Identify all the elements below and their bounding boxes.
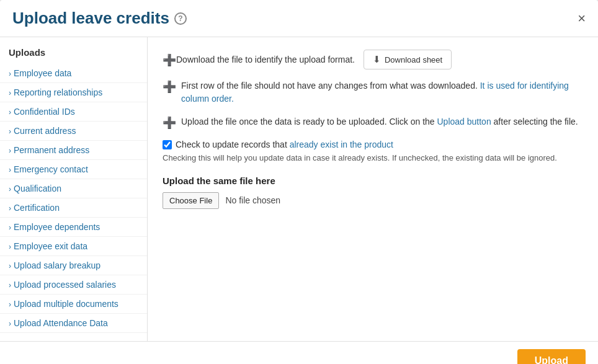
file-input-row: Choose File No file chosen bbox=[163, 192, 583, 209]
sidebar: Uploads ›Employee data ›Reporting relati… bbox=[0, 37, 148, 341]
instruction-download-row: ➕ Download the file to identify the uplo… bbox=[163, 50, 583, 69]
modal-footer: Upload bbox=[0, 341, 598, 364]
main-content: ➕ Download the file to identify the uplo… bbox=[148, 37, 598, 341]
sidebar-item-upload-salary-breakup[interactable]: ›Upload salary breakup bbox=[0, 256, 147, 275]
download-sheet-button[interactable]: ⬇ Download sheet bbox=[364, 50, 452, 69]
chevron-icon: › bbox=[9, 300, 11, 309]
chevron-icon: › bbox=[9, 89, 11, 97]
upload-section-title: Upload the same file here bbox=[163, 175, 583, 186]
help-icon[interactable]: ? bbox=[174, 12, 187, 25]
modal-body: Uploads ›Employee data ›Reporting relati… bbox=[0, 37, 598, 341]
checkbox-note: Checking this will help you update data … bbox=[163, 152, 583, 164]
chevron-icon: › bbox=[9, 185, 11, 193]
sidebar-item-confidential-ids[interactable]: ›Confidential IDs bbox=[0, 102, 147, 122]
close-button[interactable]: × bbox=[578, 12, 586, 25]
checkbox-label: Check to update records that already exi… bbox=[176, 140, 393, 149]
chevron-icon: › bbox=[9, 127, 11, 136]
sidebar-item-reporting-relationships[interactable]: ›Reporting relationships bbox=[0, 83, 147, 102]
modal-title: Upload leave credits bbox=[12, 9, 169, 28]
instruction-1-text: Download the file to identify the upload… bbox=[176, 53, 355, 66]
sidebar-item-permanent-address[interactable]: ›Permanent address bbox=[0, 141, 147, 160]
sidebar-title: Uploads bbox=[0, 42, 147, 64]
download-icon: ⬇ bbox=[373, 54, 381, 65]
chevron-icon: › bbox=[9, 319, 11, 328]
file-name-label: No file chosen bbox=[225, 195, 280, 205]
chevron-icon: › bbox=[9, 108, 11, 117]
chevron-icon: › bbox=[9, 223, 11, 232]
choose-file-button[interactable]: Choose File bbox=[163, 192, 219, 209]
chevron-icon: › bbox=[9, 166, 11, 174]
chevron-icon: › bbox=[9, 242, 11, 251]
instruction-3-text: Upload the file once the data is ready t… bbox=[181, 115, 578, 128]
sidebar-item-upload-processed-salaries[interactable]: ›Upload processed salaries bbox=[0, 275, 147, 295]
sidebar-item-employee-dependents[interactable]: ›Employee dependents bbox=[0, 218, 147, 237]
update-records-checkbox[interactable] bbox=[163, 140, 172, 149]
sidebar-item-employee-data[interactable]: ›Employee data bbox=[0, 64, 147, 83]
sidebar-item-employee-exit-data[interactable]: ›Employee exit data bbox=[0, 237, 147, 256]
info-icon-3: ➕ bbox=[163, 116, 176, 130]
info-icon-1: ➕ bbox=[163, 53, 176, 67]
chevron-icon: › bbox=[9, 204, 11, 213]
modal-header: Upload leave credits ? × bbox=[0, 0, 598, 37]
info-icon-2: ➕ bbox=[163, 80, 176, 94]
sidebar-item-qualification[interactable]: ›Qualification bbox=[0, 179, 147, 198]
chevron-icon: › bbox=[9, 281, 11, 290]
sidebar-item-upload-multiple-documents[interactable]: ›Upload multiple documents bbox=[0, 295, 147, 314]
chevron-icon: › bbox=[9, 146, 11, 155]
upload-button[interactable]: Upload bbox=[517, 349, 586, 364]
chevron-icon: › bbox=[9, 262, 11, 270]
checkbox-row: Check to update records that already exi… bbox=[163, 140, 583, 149]
modal-container: Upload leave credits ? × Uploads ›Employ… bbox=[0, 0, 598, 364]
instruction-2-row: ➕ First row of the file should not have … bbox=[163, 79, 583, 105]
instruction-2-text: First row of the file should not have an… bbox=[181, 79, 583, 105]
sidebar-item-current-address[interactable]: ›Current address bbox=[0, 122, 147, 141]
sidebar-item-certification[interactable]: ›Certification bbox=[0, 198, 147, 218]
instruction-3-row: ➕ Upload the file once the data is ready… bbox=[163, 115, 583, 130]
sidebar-item-upload-attendance-data[interactable]: ›Upload Attendance Data bbox=[0, 314, 147, 333]
sidebar-item-emergency-contact[interactable]: ›Emergency contact bbox=[0, 160, 147, 179]
chevron-icon: › bbox=[9, 69, 11, 78]
